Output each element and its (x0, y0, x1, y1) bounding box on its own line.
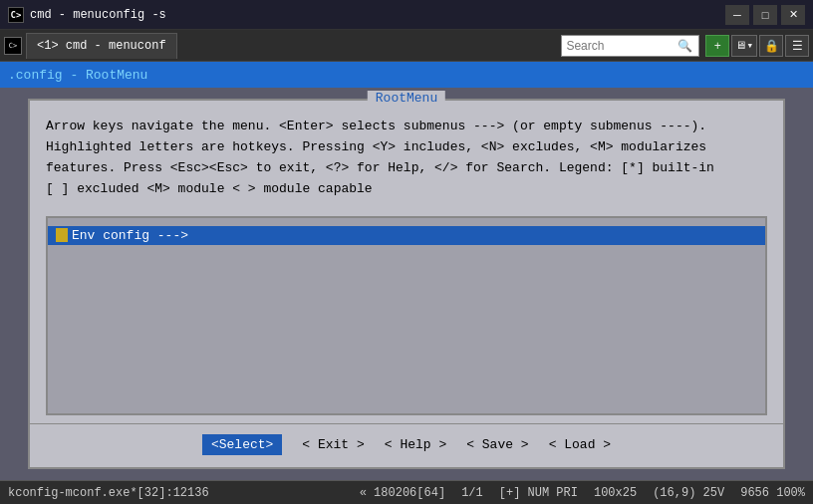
main-tab[interactable]: <1> cmd - menuconf (26, 33, 177, 59)
save-button[interactable]: < Save > (466, 437, 528, 452)
menu-panel: RootMenu Arrow keys navigate the menu. <… (28, 99, 785, 468)
help-text: Arrow keys navigate the menu. <Enter> se… (30, 101, 783, 207)
status-right: « 180206[64] 1/1 [+] NUM PRI 100x25 (16,… (360, 486, 805, 500)
minimize-button[interactable]: ─ (725, 5, 749, 25)
menu-item-marker (56, 228, 68, 242)
restore-button[interactable]: □ (753, 5, 777, 25)
menu-item-label: Env config ---> (72, 228, 188, 243)
title-bar-controls: ─ □ ✕ (725, 5, 805, 25)
status-left: kconfig-mconf.exe*[32]:12136 (8, 486, 360, 500)
select-button[interactable]: <Select> (202, 434, 282, 455)
add-button[interactable]: + (705, 35, 729, 57)
status-bar: kconfig-mconf.exe*[32]:12136 « 180206[64… (0, 480, 813, 504)
title-bar-title: cmd - menuconfig -s (30, 8, 725, 22)
toolbar-icons: + 🖥 ▾ 🔒 ☰ (705, 35, 809, 57)
title-bar-icon: C> (8, 7, 24, 23)
search-box: 🔍 (561, 35, 699, 57)
load-button[interactable]: < Load > (549, 437, 611, 452)
status-revision: « 180206[64] (360, 486, 445, 500)
menu-button[interactable]: ☰ (785, 35, 809, 57)
breadcrumb-bar: .config - RootMenu (0, 62, 813, 88)
tab-icon: C> (4, 37, 22, 55)
button-bar: <Select> < Exit > < Help > < Save > < Lo… (30, 423, 783, 467)
help-button[interactable]: < Help > (385, 437, 446, 452)
status-flags: [+] NUM PRI (499, 486, 578, 500)
status-position: 1/1 (461, 486, 483, 500)
menu-item[interactable]: Env config ---> (48, 226, 765, 245)
terminal-area: RootMenu Arrow keys navigate the menu. <… (0, 88, 813, 480)
title-bar: C> cmd - menuconfig -s ─ □ ✕ (0, 0, 813, 30)
status-size: 100x25 (594, 486, 637, 500)
close-button[interactable]: ✕ (781, 5, 805, 25)
tab-bar: C> <1> cmd - menuconf 🔍 + 🖥 ▾ 🔒 ☰ (0, 30, 813, 62)
menu-items-area: Env config ---> (46, 216, 767, 415)
monitor-dropdown-arrow: ▾ (746, 39, 753, 52)
exit-button[interactable]: < Exit > (302, 437, 364, 452)
breadcrumb: .config - RootMenu (8, 68, 147, 83)
status-extra: 9656 100% (740, 486, 805, 500)
monitor-icon: 🖥 (735, 39, 746, 52)
search-icon-button[interactable]: 🔍 (676, 39, 694, 53)
panel-title: RootMenu (368, 91, 445, 106)
search-input[interactable] (566, 39, 676, 53)
status-coords: (16,9) 25V (653, 486, 724, 500)
lock-button[interactable]: 🔒 (759, 35, 783, 57)
monitor-dropdown[interactable]: 🖥 ▾ (731, 35, 757, 57)
